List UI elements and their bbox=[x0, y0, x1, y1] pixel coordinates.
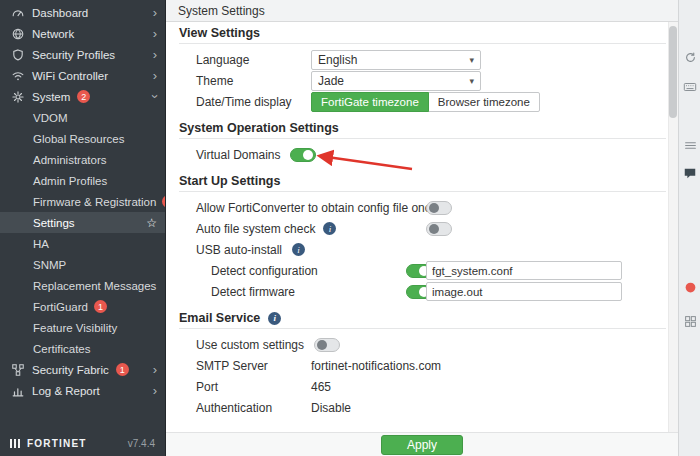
apply-button[interactable]: Apply bbox=[381, 435, 463, 455]
port-value: 465 bbox=[311, 380, 331, 394]
use-custom-settings-toggle[interactable] bbox=[314, 338, 340, 352]
scrollbar-track bbox=[668, 22, 678, 432]
section-title: System Operation Settings bbox=[179, 121, 666, 139]
sidebar-item-security-fabric[interactable]: Security Fabric 1 › bbox=[0, 359, 165, 380]
notification-badge: 2 bbox=[77, 90, 90, 103]
info-icon[interactable]: i bbox=[268, 312, 281, 325]
chat-bubble-icon[interactable] bbox=[683, 166, 697, 180]
sidebar-subitem-snmp[interactable]: SNMP bbox=[0, 254, 165, 275]
detect-configuration-label: Detect configuration bbox=[211, 264, 318, 278]
gear-icon bbox=[10, 89, 25, 104]
settings-content: View Settings Language English ▾ Theme J… bbox=[166, 22, 678, 432]
sidebar-subitem-firmware-registration[interactable]: Firmware & Registration 1 bbox=[0, 191, 165, 212]
sidebar-subitem-vdom[interactable]: VDOM bbox=[0, 107, 165, 128]
sidebar-subitem-fortiguard[interactable]: FortiGuard 1 bbox=[0, 296, 165, 317]
chevron-right-icon: › bbox=[153, 363, 157, 376]
widgets-icon[interactable] bbox=[683, 314, 697, 328]
sidebar-item-label: Security Fabric bbox=[32, 364, 109, 376]
sidebar-item-security-profiles[interactable]: Security Profiles › bbox=[0, 44, 165, 65]
sidebar-item-network[interactable]: Network › bbox=[0, 23, 165, 44]
info-icon[interactable]: i bbox=[323, 222, 336, 235]
sidebar-subitem-settings[interactable]: Settings ☆ bbox=[0, 212, 165, 233]
language-row: Language English ▾ bbox=[196, 50, 656, 69]
forticonverter-toggle[interactable] bbox=[426, 201, 452, 215]
smtp-server-row: SMTP Server fortinet-notifications.com bbox=[196, 356, 656, 375]
sidebar-item-dashboard[interactable]: Dashboard › bbox=[0, 2, 165, 23]
smtp-server-value: fortinet-notifications.com bbox=[311, 359, 441, 373]
chevron-right-icon: › bbox=[153, 69, 157, 82]
sidebar-item-label: WiFi Controller bbox=[32, 70, 108, 82]
notification-badge: 1 bbox=[116, 363, 129, 376]
theme-label: Theme bbox=[196, 74, 311, 88]
theme-select[interactable]: Jade ▾ bbox=[311, 71, 481, 91]
language-select[interactable]: English ▾ bbox=[311, 50, 481, 70]
table-icon[interactable] bbox=[683, 138, 697, 152]
section-email-service: Email Service i Use custom settings SMTP… bbox=[196, 311, 656, 417]
timezone-segmented-control: FortiGate timezone Browser timezone bbox=[311, 92, 540, 112]
chevron-down-icon: › bbox=[148, 94, 161, 98]
apply-bar: Apply bbox=[166, 432, 678, 456]
authentication-value: Disable bbox=[311, 401, 351, 415]
sidebar-subitem-certificates[interactable]: Certificates bbox=[0, 338, 165, 359]
detect-firmware-input[interactable] bbox=[426, 282, 622, 301]
dashboard-icon bbox=[10, 5, 25, 20]
auto-file-system-check-row: Auto file system check i bbox=[196, 219, 656, 238]
detect-configuration-row: Detect configuration bbox=[196, 261, 656, 280]
sidebar-footer: FORTINET v7.4.4 bbox=[0, 430, 165, 456]
forticonverter-label: Allow FortiConverter to obtain config fi… bbox=[196, 201, 437, 215]
port-row: Port 465 bbox=[196, 377, 656, 396]
chevron-down-icon: ▾ bbox=[469, 55, 474, 65]
chevron-right-icon: › bbox=[153, 384, 157, 397]
browser-timezone-button[interactable]: Browser timezone bbox=[428, 92, 540, 112]
network-icon bbox=[10, 26, 25, 41]
sidebar-item-label: System bbox=[32, 91, 70, 103]
theme-row: Theme Jade ▾ bbox=[196, 71, 656, 90]
app-root: Dashboard › Network › Security Profiles … bbox=[0, 0, 700, 456]
sidebar-subitem-admin-profiles[interactable]: Admin Profiles bbox=[0, 170, 165, 191]
sidebar-nav: Dashboard › Network › Security Profiles … bbox=[0, 0, 165, 430]
sidebar-item-wifi-controller[interactable]: WiFi Controller › bbox=[0, 65, 165, 86]
virtual-domains-row: Virtual Domains bbox=[196, 145, 656, 164]
sidebar-item-label: Security Profiles bbox=[32, 49, 115, 61]
port-label: Port bbox=[196, 380, 311, 394]
datetime-display-row: Date/Time display FortiGate timezone Bro… bbox=[196, 92, 656, 111]
sidebar-subitem-administrators[interactable]: Administrators bbox=[0, 149, 165, 170]
sidebar-subitem-replacement-messages[interactable]: Replacement Messages bbox=[0, 275, 165, 296]
right-icon-strip bbox=[678, 0, 700, 456]
auto-file-system-check-toggle[interactable] bbox=[426, 222, 452, 236]
detect-configuration-input[interactable] bbox=[426, 261, 622, 280]
language-label: Language bbox=[196, 53, 311, 67]
favorite-star-icon[interactable]: ☆ bbox=[146, 216, 157, 230]
sidebar-item-log-report[interactable]: Log & Report › bbox=[0, 380, 165, 401]
sidebar-item-label: Dashboard bbox=[32, 7, 88, 19]
virtual-domains-label: Virtual Domains bbox=[196, 148, 280, 162]
shield-icon bbox=[10, 47, 25, 62]
section-title: View Settings bbox=[179, 26, 666, 44]
sidebar: Dashboard › Network › Security Profiles … bbox=[0, 0, 165, 456]
sidebar-item-system[interactable]: System 2 › bbox=[0, 86, 165, 107]
sidebar-subitem-feature-visibility[interactable]: Feature Visibility bbox=[0, 317, 165, 338]
refresh-icon[interactable] bbox=[683, 50, 697, 64]
virtual-domains-toggle[interactable] bbox=[290, 148, 316, 162]
main-panel: System Settings View Settings Language E… bbox=[165, 0, 678, 456]
scrollbar-thumb[interactable] bbox=[669, 26, 677, 118]
section-startup: Start Up Settings Allow FortiConverter t… bbox=[196, 174, 656, 301]
sidebar-subitem-ha[interactable]: HA bbox=[0, 233, 165, 254]
wifi-icon bbox=[10, 68, 25, 83]
sidebar-subitem-global-resources[interactable]: Global Resources bbox=[0, 128, 165, 149]
datetime-label: Date/Time display bbox=[196, 95, 311, 109]
smtp-server-label: SMTP Server bbox=[196, 359, 311, 373]
notification-icon[interactable] bbox=[683, 280, 697, 294]
auto-file-system-check-label: Auto file system check bbox=[196, 222, 315, 236]
authentication-label: Authentication bbox=[196, 401, 311, 415]
section-title: Start Up Settings bbox=[179, 174, 666, 192]
info-icon[interactable]: i bbox=[292, 243, 305, 256]
language-value: English bbox=[318, 53, 357, 67]
cli-console-icon[interactable] bbox=[683, 80, 697, 94]
fortigate-timezone-button[interactable]: FortiGate timezone bbox=[311, 92, 429, 112]
firmware-version: v7.4.4 bbox=[128, 438, 155, 449]
brand-name: FORTINET bbox=[27, 438, 87, 449]
chevron-right-icon: › bbox=[153, 27, 157, 40]
chevron-right-icon: › bbox=[153, 48, 157, 61]
chevron-right-icon: › bbox=[153, 6, 157, 19]
